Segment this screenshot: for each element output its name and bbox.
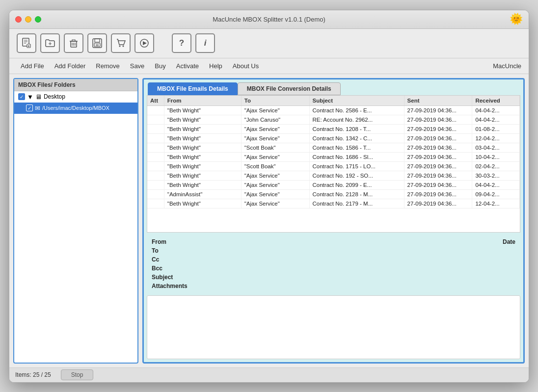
cell-att: [147, 189, 164, 199]
col-header-to: To: [241, 96, 309, 106]
maximize-button[interactable]: [35, 16, 41, 23]
cell-att: [147, 124, 164, 133]
cell-att: [147, 115, 164, 124]
svg-point-19: [119, 46, 121, 47]
table-row[interactable]: "Beth Wright" "Ajax Service" Contract No…: [147, 152, 520, 161]
menu-buy[interactable]: Buy: [151, 60, 169, 72]
add-file-button[interactable]: [17, 33, 36, 53]
table-row[interactable]: "Beth Wright" "Ajax Service" Contract No…: [147, 180, 520, 189]
preview-attachments: Attachments: [152, 282, 461, 290]
app-window: MacUncle MBOX Splitter v1.0.1 (Demo) 🌞 ?: [9, 10, 529, 383]
mbox-checkbox[interactable]: ✓: [26, 105, 33, 111]
buy-button[interactable]: [111, 33, 131, 53]
close-button[interactable]: [15, 16, 22, 23]
email-list[interactable]: Att From To Subject Sent Received "Beth …: [147, 95, 520, 233]
monitor-icon: 🖥: [35, 93, 42, 101]
cell-subject: Contract No. 1715 - LO...: [309, 161, 404, 171]
menu-save[interactable]: Save: [126, 60, 149, 72]
add-folder-button[interactable]: [40, 33, 60, 53]
svg-point-20: [123, 46, 124, 47]
tree-item-desktop[interactable]: ✓ ▼ 🖥 Desktop: [14, 91, 137, 103]
cell-to: "Ajax Service": [241, 124, 309, 133]
col-header-sent: Sent: [404, 96, 472, 106]
save-button[interactable]: [87, 33, 107, 53]
cell-to: "Scott Boak": [241, 143, 309, 152]
cell-subject: Contract No. 1208 - T...: [309, 124, 404, 133]
desktop-checkbox[interactable]: ✓: [18, 93, 25, 100]
about-button[interactable]: i: [195, 33, 215, 53]
table-row[interactable]: "Beth Wright" "Ajax Service" Contract No…: [147, 124, 520, 133]
cell-from: "Beth Wright": [164, 133, 241, 143]
preview-left: From To Cc Bcc Subject Attachments: [152, 237, 461, 290]
cell-from: "Beth Wright": [164, 105, 241, 115]
preview-right: Date: [466, 237, 515, 290]
cell-subject: RE: Account No. 2962...: [309, 115, 404, 124]
cell-subject: Contract No. 1586 - T...: [309, 143, 404, 152]
cell-att: [147, 180, 164, 189]
stop-button[interactable]: Stop: [61, 369, 94, 380]
menu-add-file[interactable]: Add File: [17, 60, 48, 72]
cell-from: "Beth Wright": [164, 180, 241, 189]
cell-sent: 27-09-2019 04:36...: [404, 124, 472, 133]
cell-subject: Contract No. 2179 - M...: [309, 199, 404, 208]
bcc-label: Bcc: [152, 265, 162, 272]
cell-from: "Beth Wright": [164, 124, 241, 133]
preview-to: To: [152, 246, 461, 255]
cell-subject: Contract No. 1342 - C...: [309, 133, 404, 143]
menu-about[interactable]: About Us: [229, 60, 263, 72]
cell-subject: Contract No. 2099 - E...: [309, 180, 404, 189]
preview-area: From To Cc Bcc Subject Attachments Date: [147, 235, 520, 293]
cell-sent: 27-09-2019 04:36...: [404, 161, 472, 171]
table-row[interactable]: "Beth Wright" "John Caruso" RE: Account …: [147, 115, 520, 124]
table-row[interactable]: "Beth Wright" "Scott Boak" Contract No. …: [147, 143, 520, 152]
preview-date: Date: [466, 237, 515, 246]
activate-button[interactable]: [134, 33, 154, 53]
cell-received: 30-03-2...: [472, 171, 520, 180]
cell-to: "Ajax Service": [241, 189, 309, 199]
cell-received: 04-04-2...: [472, 115, 520, 124]
cell-sent: 27-09-2019 04:36...: [404, 152, 472, 161]
tree-item-mbox-file[interactable]: ✓ ✉ /Users/imac/Desktop/MBOX: [14, 103, 137, 114]
desktop-icon: ▼: [27, 93, 33, 101]
cell-to: "Ajax Service": [241, 180, 309, 189]
cell-to: "Ajax Service": [241, 105, 309, 115]
cell-sent: 27-09-2019 04:36...: [404, 133, 472, 143]
minimize-button[interactable]: [25, 16, 31, 23]
menu-help[interactable]: Help: [205, 60, 226, 72]
add-folder-icon: [45, 38, 55, 49]
cell-att: [147, 105, 164, 115]
tab-conversion-details[interactable]: MBOX File Conversion Details: [238, 82, 341, 95]
menu-activate[interactable]: Activate: [172, 60, 203, 72]
remove-icon: [68, 38, 79, 49]
cell-from: "Beth Wright": [164, 115, 241, 124]
cell-sent: 27-09-2019 04:36...: [404, 189, 472, 199]
help-button[interactable]: ?: [172, 33, 191, 53]
cell-from: "Beth Wright": [164, 161, 241, 171]
to-label: To: [152, 247, 159, 254]
cell-subject: Contract No. 192 - SO...: [309, 171, 404, 180]
table-row[interactable]: "Beth Wright" "Ajax Service" Contract No…: [147, 171, 520, 180]
desktop-label: Desktop: [44, 93, 65, 100]
cell-att: [147, 152, 164, 161]
cell-from: "Beth Wright": [164, 171, 241, 180]
cell-subject: Contract No. 2128 - M...: [309, 189, 404, 199]
status-bar: Items: 25 / 25 Stop: [9, 367, 529, 382]
tab-emails-details[interactable]: MBOX File Emails Details: [148, 82, 238, 95]
cell-att: [147, 133, 164, 143]
remove-button[interactable]: [64, 33, 83, 53]
message-body[interactable]: [147, 295, 520, 359]
menu-add-folder[interactable]: Add Folder: [51, 60, 90, 72]
menu-remove[interactable]: Remove: [92, 60, 123, 72]
sidebar-content[interactable]: ✓ ▼ 🖥 Desktop ✓ ✉ /Users/imac/Desktop/MB…: [14, 91, 137, 363]
cell-received: 04-04-2...: [472, 180, 520, 189]
table-row[interactable]: "Beth Wright" "Scott Boak" Contract No. …: [147, 161, 520, 171]
subject-label: Subject: [152, 274, 173, 281]
table-row[interactable]: "Beth Wright" "Ajax Service" Contract No…: [147, 199, 520, 208]
table-scroll[interactable]: Att From To Subject Sent Received "Beth …: [147, 96, 520, 232]
col-header-received: Received: [472, 96, 520, 106]
table-row[interactable]: "Beth Wright" "Ajax Service" Contract No…: [147, 105, 520, 115]
col-header-att: Att: [147, 96, 164, 106]
table-row[interactable]: "Beth Wright" "Ajax Service" Contract No…: [147, 133, 520, 143]
cell-sent: 27-09-2019 04:36...: [404, 115, 472, 124]
table-row[interactable]: "AdminAssist" "Ajax Service" Contract No…: [147, 189, 520, 199]
